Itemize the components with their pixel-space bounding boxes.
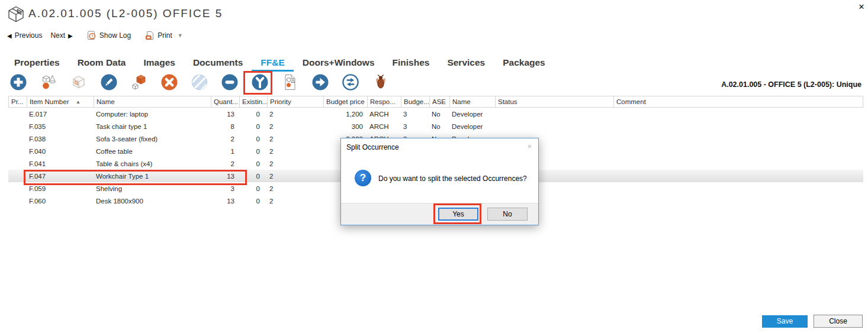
cell: No [429,111,449,118]
cell: Table & chairs (x4) [94,160,211,167]
dialog-footer: Yes No [341,203,538,225]
cell: 13 [211,173,239,180]
column-header-pr-[interactable]: Pr... [9,96,27,107]
column-header-quant-[interactable]: Quant... [211,96,240,107]
tab-documents[interactable]: Documents [193,56,243,69]
cell: F.040 [27,148,94,155]
add-from-catalog-icon[interactable] [40,73,57,91]
cell: 2 [267,173,323,180]
split-occurrence-dialog: Split Occurrence × ? Do you want to spli… [340,138,539,225]
cell: ARCH [367,111,401,118]
next-button[interactable]: Next ▶ [50,31,72,40]
item-report-icon[interactable] [281,73,299,91]
cell: F.047 [27,173,94,180]
cell: 2 [267,148,323,155]
dialog-close-icon[interactable]: × [527,142,532,151]
cell: ARCH [367,123,401,130]
cell: Developer [449,111,495,118]
column-header-budget-price[interactable]: Budget price [324,96,368,107]
move-icon[interactable] [311,73,329,91]
print-button[interactable]: Print ▼ [145,31,183,40]
window-close-icon[interactable]: ✕ [856,1,867,13]
cell: Shelving [94,185,211,192]
cell: 0 [239,111,267,118]
split-occurrence-icon[interactable] [251,73,269,91]
column-header-priority[interactable]: Priority [268,96,324,107]
cell: F.060 [27,198,94,205]
table-row-E.017[interactable]: E.017Computer: laptop13021,200ARCH3NoDev… [8,108,863,120]
column-header-status[interactable]: Status [496,96,614,107]
cell: 3 [401,111,429,118]
cell: E.017 [27,111,94,118]
column-header-ase[interactable]: ASE [430,96,450,107]
cell: Computer: laptop [94,111,211,118]
dialog-title: Split Occurrence [346,143,399,151]
column-header-name[interactable]: Name [94,96,211,107]
next-arrow-icon: ▶ [68,33,73,39]
tab-finishes[interactable]: Finishes [393,56,430,69]
cell: 3 [401,123,429,130]
cell: 2 [267,135,323,143]
no-button[interactable]: No [487,208,528,221]
show-log-button[interactable]: Show Log [87,31,131,40]
tab-packages[interactable]: Packages [503,56,545,69]
tab-ff-e[interactable]: FF&E [261,56,284,69]
cell: 1,200 [323,111,367,118]
print-dropdown-icon[interactable]: ▼ [178,33,183,38]
tab-properties[interactable]: Properties [14,56,60,69]
tab-doors-windows[interactable]: Doors+Windows [303,56,375,69]
tab-room-data[interactable]: Room Data [78,56,126,69]
tab-bar: PropertiesRoom DataImagesDocumentsFF&EDo… [14,56,545,69]
save-button[interactable]: Save [762,315,808,328]
close-button[interactable]: Close [814,315,863,328]
cell: F.038 [27,135,94,143]
cell: 0 [239,160,267,167]
app-logo-icon [7,5,25,23]
edit-icon[interactable] [100,73,118,91]
cell: Desk 1800x900 [94,198,211,205]
duplicate-occurrence-icon[interactable] [130,73,148,91]
yes-button[interactable]: Yes [438,208,478,221]
cell: 0 [239,198,267,205]
previous-label: Previous [15,31,43,40]
table-row-F.035[interactable]: F.035Task chair type 1802300ARCH3NoDevel… [8,120,863,132]
cell: 1 [211,148,239,155]
cell: F.035 [27,123,94,130]
cell: 8 [211,123,239,130]
add-icon[interactable] [9,73,27,91]
previous-button[interactable]: ◀ Previous [7,31,42,40]
delete-icon[interactable] [160,73,178,91]
column-header-item-number[interactable]: Item Number▲ [27,96,94,107]
sort-ascending-icon: ▲ [76,99,81,105]
transfer-icon[interactable] [342,73,359,91]
disabled-circle-icon [191,73,208,91]
cell: 0 [239,173,267,180]
column-header-existin-[interactable]: Existin... [240,96,268,107]
cell: 2 [267,123,323,130]
cell: 0 [239,123,267,130]
column-header-budge-[interactable]: Budge... [401,96,430,107]
dialog-message: Do you want to split the selected Occurr… [378,174,527,183]
cell: Sofa 3-seater (fixed) [94,135,211,143]
previous-arrow-icon: ◀ [7,33,12,39]
tab-images[interactable]: Images [144,56,175,69]
column-header-respo-[interactable]: Respo... [368,96,401,107]
cell: Developer [449,123,495,130]
show-log-label: Show Log [99,31,131,40]
nav-toolbar: ◀ Previous Next ▶ Show Log Print ▼ [7,31,183,40]
cell: No [429,123,449,130]
column-header-comment[interactable]: Comment [614,96,860,107]
cell: 0 [239,135,267,143]
merge-icon[interactable] [221,73,239,91]
cell: 300 [323,123,367,130]
package-icon[interactable] [70,73,88,91]
cell: Coffee table [94,148,211,155]
column-header-name[interactable]: Name [450,96,496,107]
tab-services[interactable]: Services [447,56,485,69]
cell: F.041 [27,160,94,167]
next-label: Next [50,31,65,40]
print-label: Print [157,31,172,40]
bug-icon[interactable] [372,73,390,91]
table-header-row: Pr...Item Number▲NameQuant...Existin...P… [8,96,863,108]
cell: 2 [267,185,323,192]
